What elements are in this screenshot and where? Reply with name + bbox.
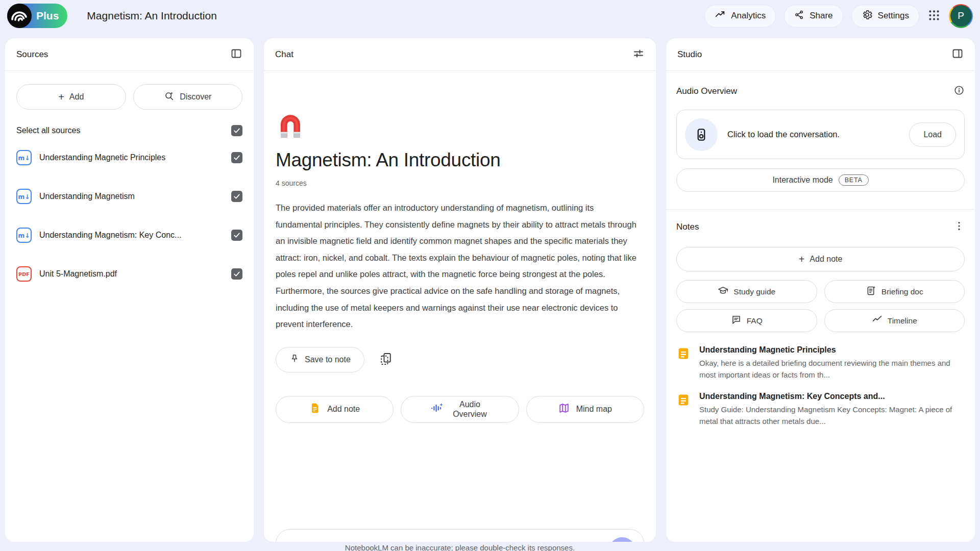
magnet-emoji (276, 111, 305, 140)
select-all-label: Select all sources (16, 126, 80, 135)
note-doc-icon (676, 392, 691, 427)
source-checkbox[interactable] (231, 191, 242, 202)
disclaimer-text: NotebookLM can be inaccurate; please dou… (264, 543, 656, 551)
add-source-button[interactable]: + Add (16, 84, 126, 110)
discover-sources-button[interactable]: Discover (133, 84, 243, 110)
collapse-panel-left-icon (230, 47, 242, 61)
faq-button[interactable]: FAQ (676, 309, 817, 332)
audio-overview-info-button[interactable] (953, 85, 965, 97)
sources-panel-header: Sources (5, 38, 254, 71)
chat-input-row: 4 sources (286, 538, 633, 542)
timeline-button[interactable]: Timeline (824, 309, 965, 332)
mind-map-button[interactable]: Mind map (526, 396, 644, 423)
markdown-source-icon: m↓ (16, 189, 32, 204)
plus-icon: + (58, 91, 64, 103)
trending-up-icon (715, 9, 726, 23)
tune-sliders-icon (632, 47, 645, 61)
note-item[interactable]: Understanding Magnetism: Key Concepts an… (676, 392, 965, 427)
discover-search-icon (164, 91, 175, 104)
source-checkbox[interactable] (231, 268, 242, 280)
audio-overview-header: Audio Overview (676, 85, 965, 97)
note-doc-icon (309, 403, 321, 416)
timeline-trend-icon (872, 314, 883, 327)
source-row[interactable]: PDF Unit 5-Magnetism.pdf (5, 255, 254, 293)
markdown-source-icon: m↓ (16, 150, 32, 165)
interactive-mode-button[interactable]: Interactive mode BETA (676, 168, 965, 192)
source-list: m↓ Understanding Magnetic Principles m↓ … (5, 138, 254, 293)
share-icon (794, 10, 804, 22)
source-checkbox[interactable] (231, 230, 242, 241)
graduation-cap-icon (718, 285, 728, 298)
speaker-icon (685, 118, 718, 151)
avatar[interactable]: P (949, 4, 973, 28)
sources-count: 4 sources (276, 179, 644, 187)
notebook-page-title: Magnetism: An Introduction (276, 149, 644, 171)
studio-divider (666, 209, 975, 210)
select-all-checkbox[interactable] (231, 125, 242, 136)
pdf-source-icon: PDF (16, 266, 32, 282)
pin-icon (289, 354, 300, 366)
audio-overview-button[interactable]: Audio Overview (401, 396, 519, 423)
chat-input-card: 4 sources How do the fundamental propert… (276, 529, 644, 542)
audio-load-card: Click to load the conversation. Load (676, 110, 965, 159)
notebook-title[interactable]: Magnetism: An Introduction (87, 10, 216, 22)
notes-heading: Notes (676, 222, 699, 232)
collapse-panel-right-icon (951, 47, 964, 61)
save-to-note-button[interactable]: Save to note (276, 347, 364, 372)
settings-button[interactable]: Settings (851, 5, 919, 28)
load-button[interactable]: Load (909, 122, 956, 147)
top-right-actions: Analytics Share Settings (704, 4, 973, 28)
note-item[interactable]: Understanding Magnetic Principles Okay, … (676, 345, 965, 381)
studio-body: Audio Overview Click to load the conve (666, 85, 975, 427)
beta-badge: BETA (839, 174, 869, 186)
map-icon (558, 403, 570, 416)
collapse-studio-button[interactable] (951, 47, 964, 61)
note-item-text: Understanding Magnetism: Key Concepts an… (699, 392, 965, 427)
markdown-source-icon: m↓ (16, 228, 32, 243)
source-row[interactable]: m↓ Understanding Magnetism (5, 177, 254, 216)
studio-panel: Studio Audio Overview (666, 38, 975, 542)
copy-icon (379, 360, 393, 367)
apps-grid-button[interactable] (927, 9, 941, 23)
add-note-button[interactable]: Add note (276, 396, 394, 423)
faq-chat-icon (731, 314, 742, 327)
notes-menu-button[interactable] (953, 220, 965, 233)
study-guide-button[interactable]: Study guide (676, 280, 817, 303)
chat-action-row: Add note Audio Overview (276, 396, 644, 423)
kebab-menu-icon (953, 220, 965, 233)
save-row: Save to note (276, 347, 644, 372)
source-checkbox[interactable] (231, 152, 242, 163)
audio-overview-heading: Audio Overview (676, 86, 737, 96)
notebook-summary: The provided materials offer an introduc… (276, 199, 641, 333)
notebooklm-logo-icon (7, 4, 32, 28)
source-row[interactable]: m↓ Understanding Magnetism: Key Conc... (5, 216, 254, 255)
top-bar: Plus Magnetism: An Introduction Analytic… (0, 0, 980, 32)
analytics-button[interactable]: Analytics (704, 5, 776, 28)
note-item-text: Understanding Magnetic Principles Okay, … (699, 345, 965, 381)
chat-title: Chat (275, 49, 293, 60)
info-icon (953, 85, 965, 97)
collapse-sources-button[interactable] (230, 47, 242, 61)
apps-grid-icon (927, 9, 941, 23)
briefing-doc-icon (866, 285, 876, 298)
audio-waveform-icon (430, 402, 444, 416)
add-note-studio-button[interactable]: + Add note (676, 247, 965, 271)
plus-icon: + (799, 254, 805, 265)
briefing-doc-button[interactable]: Briefing doc (824, 280, 965, 303)
chat-input[interactable] (286, 538, 562, 542)
gear-icon (862, 9, 873, 23)
copy-button[interactable] (379, 352, 393, 367)
notes-list: Understanding Magnetic Principles Okay, … (676, 345, 965, 427)
studio-title: Studio (677, 49, 702, 60)
chat-settings-button[interactable] (632, 47, 645, 61)
share-button[interactable]: Share (784, 5, 843, 28)
plus-badge: Plus (32, 10, 67, 22)
notebooklm-logo[interactable]: Plus (7, 4, 67, 28)
select-all-row: Select all sources (5, 113, 254, 138)
notes-header: Notes (676, 220, 965, 233)
sources-panel: Sources + Add Discover Select all sou (5, 38, 254, 542)
notes-chip-grid: Study guide Briefing doc (676, 280, 965, 332)
source-row[interactable]: m↓ Understanding Magnetic Principles (5, 138, 254, 177)
note-doc-icon (676, 345, 691, 381)
load-conversation-text: Click to load the conversation. (727, 130, 899, 139)
